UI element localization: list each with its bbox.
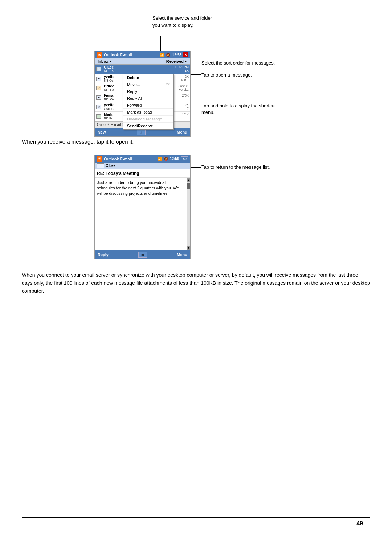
email-subject: RE: To [104, 69, 169, 73]
email-size: 1K [172, 69, 189, 73]
email-icon-col: ✉ [95, 74, 103, 83]
context-menu-item-reply-all[interactable]: Reply All [123, 95, 173, 102]
email-window-1: ✉ Outlook E-mail 📶 🔕 12:58 ✕ Inbox ▼ Rec… [94, 51, 191, 137]
callout-label-back: Tap to return to the message list. [201, 164, 270, 170]
bottom-line [22, 517, 370, 518]
callout-label-open: Tap to open a message. [201, 72, 252, 78]
toolbar-reply-btn[interactable]: Reply [98, 253, 109, 257]
middle-text-label: When you receive a message, tap it to op… [22, 139, 134, 145]
body-paragraph: When you connect to your email server or… [22, 271, 370, 295]
received-arrow: ▼ [184, 60, 187, 63]
context-menu: Delete Move... 2K Reply Reply All Forwar… [123, 74, 174, 130]
toolbar-menu-btn-1[interactable]: Menu [177, 130, 187, 134]
middle-text: When you receive a message, tap it to op… [22, 138, 370, 146]
body-paragraph-text: When you connect to your email server or… [22, 272, 370, 294]
app-icon-2: ✉ [97, 156, 102, 162]
top-callout-text: Select the service and folder you want t… [152, 15, 236, 29]
message-body-wrapper: Just a reminder to bring your individual… [95, 178, 190, 250]
window-title-2: Outlook E-mail [104, 157, 132, 161]
email-extra: versi... [172, 88, 189, 91]
callout-tap-hold: Tap and hold to display the shortcut men… [201, 103, 296, 116]
h-line-2 [191, 74, 201, 75]
sender-name: C.Lee [106, 164, 115, 168]
titlebar-2: ✉ Outlook E-mail 📶 🔕 12:59 ok [95, 155, 190, 163]
email-extra: ? [172, 107, 189, 110]
signal-icon-1: 📶 [160, 53, 164, 57]
sender-bar: C.Lee [95, 163, 190, 169]
scroll-up-arrow[interactable]: ▲ [187, 178, 190, 182]
page-number: 49 [356, 520, 363, 527]
window-title-1: Outlook E-mail [104, 53, 132, 57]
sound-icon-1: 🔕 [166, 53, 170, 57]
context-menu-item-mark-read[interactable]: Mark as Read [123, 109, 173, 116]
callout-vline [160, 36, 161, 51]
email-size: 2K [172, 103, 189, 107]
bottom-callout-text: Tap to return to the message list. [201, 164, 289, 171]
callout-top-label: Select the service and folder you want t… [152, 15, 212, 28]
email-icon-col: → [95, 112, 103, 121]
ok-btn[interactable]: ok [181, 156, 188, 161]
message-window: ✉ Outlook E-mail 📶 🔕 12:59 ok C.Lee [94, 155, 191, 259]
context-menu-item-download: Download Message [123, 116, 173, 123]
bottom-section: ✉ Outlook E-mail 📶 🔕 12:59 ok C.Lee [22, 155, 370, 271]
inbox-bar-1: Inbox ▼ Received ▼ [95, 58, 190, 65]
scrollbar[interactable]: ▲ ▼ [187, 178, 190, 250]
scroll-thumb[interactable] [187, 183, 190, 189]
message-body: Just a reminder to bring your individual… [95, 178, 187, 250]
email-sender: C.Lee [104, 65, 169, 69]
callout-label-hold: Tap and hold to display the shortcut men… [201, 103, 276, 115]
email-size: 2/5K [172, 94, 189, 97]
sender-icon [97, 163, 104, 168]
time-1: 12:58 [172, 53, 181, 57]
bottom-h-line [191, 167, 201, 168]
callout-tap-open: Tap to open a message. [201, 72, 285, 78]
inbox-dropdown[interactable]: Inbox ▼ [98, 59, 112, 63]
received-label: Received [166, 59, 184, 63]
time-2: 12:59 [170, 157, 179, 161]
toolbar-new-btn[interactable]: New [98, 130, 106, 134]
email-size: 1/4K [172, 112, 189, 116]
email-extra: e st... [172, 78, 189, 82]
callout-sort-order: Select the sort order for messages. [201, 60, 285, 66]
received-dropdown[interactable]: Received ▼ [166, 59, 187, 63]
inbox-label: Inbox [98, 59, 108, 63]
scroll-down-arrow[interactable]: ▼ [187, 246, 190, 250]
context-menu-item-forward[interactable]: Forward [123, 102, 173, 109]
body-text: Just a reminder to bring your individual… [97, 180, 179, 196]
page-container: Select the service and folder you want t… [0, 0, 392, 554]
context-menu-item-reply[interactable]: Reply [123, 88, 173, 95]
email-size: 2K [172, 75, 189, 78]
context-menu-item-send-receive[interactable]: Send/Receive [123, 123, 173, 129]
context-menu-item-delete[interactable]: Delete [123, 74, 173, 81]
context-menu-item-move[interactable]: Move... 2K [123, 81, 173, 88]
app-icon-1: ✉ [97, 52, 102, 58]
h-line-1 [191, 63, 201, 63]
h-line-3 [191, 107, 201, 107]
email-icon-col: ✉ [95, 65, 103, 74]
email-size: 8/223K [172, 84, 189, 88]
toolbar-menu-btn-2[interactable]: Menu [177, 253, 187, 257]
email-icon-col: ↩ [95, 83, 103, 93]
signal-icon-2: 📶 [158, 157, 162, 161]
toolbar-icon-2: ⊞ [138, 252, 147, 258]
email-icon-col: ✉ [95, 93, 103, 102]
page-number-label: 49 [356, 520, 363, 526]
email-list-1: ✉ C.Lee RE: To 12:51 PM 1K ✉ [95, 65, 190, 121]
email-time: 12:51 PM [172, 65, 189, 69]
callout-label-sort: Select the sort order for messages. [201, 60, 275, 66]
message-subject: RE: Today's Meeting [95, 169, 190, 178]
close-btn-1[interactable]: ✕ [183, 52, 188, 57]
sound-icon-2: 🔕 [164, 157, 168, 161]
subject-label: RE: Today's Meeting [97, 171, 139, 176]
email-icon-col: ✉ [95, 102, 103, 111]
titlebar-1: ✉ Outlook E-mail 📶 🔕 12:58 ✕ [95, 51, 190, 58]
toolbar-icon-1: ⊞ [137, 129, 146, 135]
table-row[interactable]: ✉ C.Lee RE: To 12:51 PM 1K [95, 65, 190, 74]
email-toolbar-2: Reply ⊞ Menu [95, 250, 190, 259]
ok-label: ok [183, 157, 187, 161]
inbox-arrow: ▼ [109, 60, 112, 63]
